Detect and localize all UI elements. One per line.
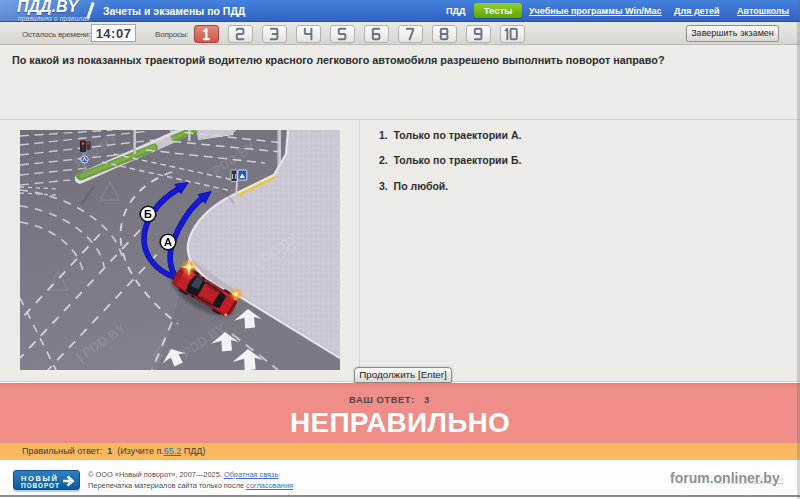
- svg-text:А: А: [164, 236, 172, 248]
- svg-text:Б: Б: [144, 208, 152, 220]
